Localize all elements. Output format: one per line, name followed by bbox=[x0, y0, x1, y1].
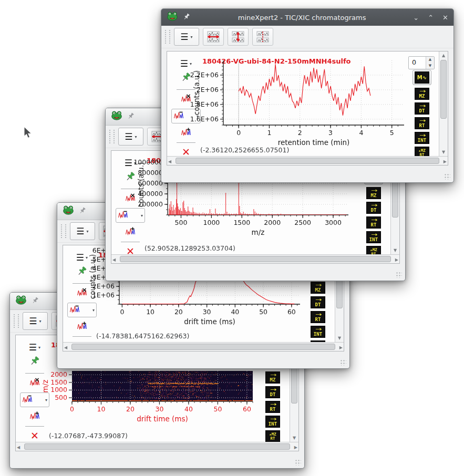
scroll-left-arrow[interactable]: ◀ bbox=[17, 444, 20, 451]
resize-grip[interactable] bbox=[340, 359, 346, 366]
expand-y-button[interactable] bbox=[228, 28, 249, 46]
arrow-icon: → bbox=[315, 327, 322, 332]
integrate-int-button[interactable]: →INT bbox=[265, 416, 280, 428]
scroll-right-arrow[interactable]: ▶ bbox=[444, 158, 447, 165]
resize-grip[interactable] bbox=[396, 272, 402, 278]
scroll-thumb[interactable] bbox=[176, 158, 439, 164]
close-trace-button[interactable]: ✕ bbox=[30, 431, 39, 441]
horizontal-scrollbar[interactable]: ◀▶ bbox=[63, 342, 344, 351]
scroll-right-arrow[interactable]: ▶ bbox=[339, 344, 343, 351]
integrate-rt-button[interactable]: →RT bbox=[366, 216, 381, 229]
window-pin-icon[interactable] bbox=[127, 112, 135, 122]
integrate-rt-button[interactable]: →RT bbox=[311, 311, 325, 323]
cursor-coordinates: (52.90528,1289253.03704) bbox=[145, 244, 235, 252]
x-axis-label: drift time (ms) bbox=[184, 317, 235, 326]
scroll-left-arrow[interactable]: ◀ bbox=[112, 256, 116, 264]
color-map-chart[interactable]: 0102030405060500100015002000drift time (… bbox=[37, 368, 260, 429]
arrow-icon: → bbox=[315, 312, 322, 317]
arrow-icon: → bbox=[270, 387, 277, 392]
horizontal-scrollbar[interactable]: ◀▶ bbox=[111, 254, 399, 263]
window-pin-icon[interactable] bbox=[32, 296, 39, 306]
scroll-thumb[interactable] bbox=[71, 344, 335, 350]
toolbar-drag-handle[interactable] bbox=[165, 30, 170, 44]
svg-text:500: 500 bbox=[175, 219, 188, 226]
scroll-down-arrow[interactable]: ▼ bbox=[391, 247, 399, 254]
horizontal-scrollbar[interactable]: ◀▶ bbox=[167, 156, 448, 165]
toolbar-drag-handle[interactable] bbox=[109, 130, 115, 143]
integrate-dt-button[interactable]: →DT bbox=[366, 202, 381, 214]
arrow-icon: → bbox=[270, 417, 277, 422]
map-mz-rt-button[interactable]: ▴MZRT bbox=[415, 147, 429, 156]
integrate-int-button[interactable]: →INT bbox=[366, 231, 381, 243]
scroll-up-arrow[interactable]: ▲ bbox=[439, 52, 448, 59]
scroll-right-arrow[interactable]: ▶ bbox=[294, 444, 297, 451]
minimize-button[interactable]: ⌄ bbox=[413, 14, 419, 22]
scroll-thumb[interactable] bbox=[440, 60, 447, 119]
svg-text:20: 20 bbox=[174, 308, 183, 316]
chevron-down-icon: ▾ bbox=[191, 35, 193, 39]
integrate-int-button[interactable]: →INT bbox=[311, 326, 325, 338]
titlebar[interactable]: mineXpert2 - TIC/XIC chromatograms ⌄ ⌃ ✕ bbox=[161, 9, 453, 26]
spinbox-value[interactable]: 0 bbox=[409, 57, 426, 69]
vertical-scrollbar[interactable]: ▲▼ bbox=[439, 51, 448, 157]
maximize-button[interactable]: ⌃ bbox=[428, 14, 434, 22]
trace-index-spinbox[interactable]: 0 ▲▼ bbox=[408, 56, 435, 69]
scroll-down-arrow[interactable]: ▼ bbox=[290, 434, 298, 442]
window-pin-icon[interactable] bbox=[183, 13, 191, 23]
main-menu-button[interactable]: ☰▾ bbox=[174, 28, 199, 46]
y-axis-label: m/z bbox=[41, 380, 49, 393]
main-menu-button[interactable]: ☰▾ bbox=[118, 128, 143, 146]
menu-icon: ☰ bbox=[76, 253, 84, 262]
tic-chromatogram-chart[interactable]: 0123451.6E+061.8E+062E+062.2E+06retentio… bbox=[189, 57, 411, 152]
scroll-down-arrow[interactable]: ▼ bbox=[439, 149, 448, 156]
map-mz-rt-button[interactable]: ▴MZRT bbox=[366, 246, 381, 254]
chevron-down-icon: ▾ bbox=[39, 319, 42, 324]
toolbar-drag-handle[interactable] bbox=[14, 314, 19, 328]
trace-menu-button[interactable]: ☰▾ bbox=[29, 343, 40, 352]
trace-display-button[interactable]: M∿ bbox=[415, 71, 429, 84]
close-button[interactable]: ✕ bbox=[442, 14, 448, 22]
integrate-dt-button[interactable]: →DT bbox=[265, 386, 280, 398]
data-series-line bbox=[239, 64, 370, 116]
resize-grip[interactable] bbox=[295, 459, 301, 465]
window-pin-icon[interactable] bbox=[79, 206, 87, 216]
icon-label: INT bbox=[369, 237, 378, 242]
integrate-mz-button[interactable]: →MZ bbox=[265, 371, 280, 384]
chevron-down-icon: ▾ bbox=[38, 345, 40, 350]
svg-text:1500: 1500 bbox=[50, 378, 67, 386]
svg-text:1000: 1000 bbox=[203, 219, 220, 226]
scroll-left-arrow[interactable]: ◀ bbox=[168, 158, 171, 165]
horizontal-scrollbar[interactable]: ◀▶ bbox=[16, 442, 298, 451]
svg-text:60: 60 bbox=[287, 308, 296, 316]
expand-x-button[interactable] bbox=[203, 28, 224, 46]
vertical-marker-button[interactable] bbox=[252, 28, 273, 46]
arrow-icon: → bbox=[419, 133, 426, 138]
resize-grip[interactable] bbox=[444, 173, 450, 180]
integrate-mz-button[interactable]: →MZ bbox=[366, 187, 381, 199]
scroll-down-arrow[interactable]: ▼ bbox=[335, 335, 344, 342]
integrate-rt-button[interactable]: →RT bbox=[415, 117, 429, 129]
svg-text:1000: 1000 bbox=[50, 386, 67, 394]
scroll-left-arrow[interactable]: ◀ bbox=[64, 344, 67, 351]
integrate-rt-button[interactable]: →RT bbox=[265, 401, 280, 413]
main-menu-button[interactable]: ☰▾ bbox=[70, 222, 95, 240]
integrate-dt-button[interactable]: →DT bbox=[415, 102, 429, 115]
main-menu-button[interactable]: ☰▾ bbox=[23, 312, 48, 330]
pin-trace-button[interactable] bbox=[30, 356, 39, 369]
scroll-right-arrow[interactable]: ▶ bbox=[395, 256, 398, 264]
integrate-mz-button[interactable]: →MZ bbox=[311, 282, 325, 294]
scroll-thumb[interactable] bbox=[24, 443, 290, 450]
arrow-icon: → bbox=[315, 283, 322, 288]
chart-plot[interactable]: 0123451.6E+061.8E+062E+062.2E+06retentio… bbox=[189, 57, 411, 152]
cursor-coordinates: (-2.36120,2526655.07501) bbox=[200, 146, 289, 154]
toolbar-drag-handle[interactable] bbox=[61, 224, 66, 238]
close-trace-button[interactable]: ✕ bbox=[126, 246, 135, 254]
integrate-int-button[interactable]: →INT bbox=[415, 132, 429, 144]
map-mz-rt-button[interactable]: ▴MZRT bbox=[265, 430, 280, 442]
integrate-mz-button[interactable]: →MZ bbox=[415, 88, 429, 100]
spinbox-arrows[interactable]: ▲▼ bbox=[426, 57, 434, 69]
integrate-dt-button[interactable]: →DT bbox=[311, 296, 325, 308]
scroll-thumb[interactable] bbox=[120, 256, 391, 262]
arrow-icon: → bbox=[419, 118, 426, 123]
svg-text:2000: 2000 bbox=[264, 219, 281, 226]
